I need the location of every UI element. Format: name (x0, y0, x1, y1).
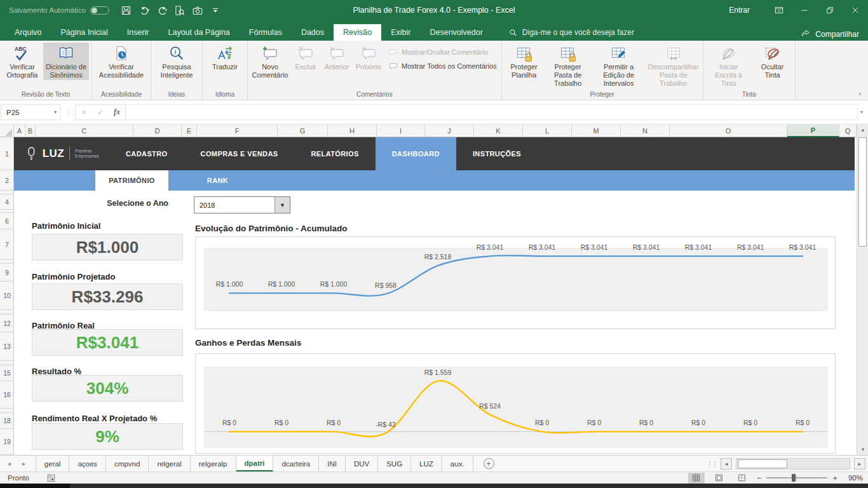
row-header-14[interactable] (0, 361, 14, 365)
share-button[interactable]: Compartilhar (800, 29, 859, 39)
zoom-level[interactable]: 90% (844, 474, 863, 482)
sheet-tab-cmpvnd[interactable]: cmpvnd (106, 456, 149, 471)
sheet-tab-dpatri[interactable]: dpatri (236, 456, 274, 471)
macro-record-icon[interactable] (47, 474, 55, 482)
row-header-17[interactable] (0, 409, 14, 413)
collapse-ribbon-icon[interactable]: ˄ (858, 91, 862, 97)
protect-sheet-button[interactable]: Proteger Planilha (505, 43, 544, 80)
check-accessibility-button[interactable]: Verificar Acessibilidade (95, 43, 148, 80)
sheet-tab-INI[interactable]: INI (319, 456, 346, 471)
column-header-D[interactable]: D (133, 125, 182, 137)
insert-function-icon[interactable]: fx (109, 107, 125, 117)
view-page-break-button[interactable] (734, 473, 750, 484)
row-header-7[interactable]: 7 (0, 229, 14, 260)
column-header-J[interactable]: J (425, 125, 474, 137)
spelling-button[interactable]: ABC Verificar Ortografia (3, 43, 42, 80)
nav-item-instruções[interactable]: INSTRUÇÕES (456, 137, 538, 170)
tell-me-search[interactable]: Diga-me o que você deseja fazer (509, 24, 634, 41)
column-header-B[interactable]: B (25, 125, 36, 137)
add-sheet-button[interactable]: + (484, 458, 494, 469)
column-header-F[interactable]: F (197, 125, 278, 137)
restore-button[interactable] (817, 0, 843, 20)
subtab-rank[interactable]: RANK (168, 170, 267, 191)
vertical-scrollbar[interactable]: ▲ ▼ (857, 125, 868, 455)
sheet-tab-SUG[interactable]: SUG (378, 456, 411, 471)
sheet-nav-right-icon[interactable]: ► (21, 461, 27, 467)
nav-item-compras-e-vendas[interactable]: COMPRAS E VENDAS (184, 137, 295, 170)
sheet-tab-dcarteira[interactable]: dcarteira (273, 456, 319, 471)
row-header-9[interactable]: 9 (0, 264, 14, 281)
sheet-tab-aoes[interactable]: açoes (69, 456, 106, 471)
row-header-2[interactable]: 2 (0, 170, 14, 191)
enter-icon[interactable]: ✓ (92, 108, 109, 117)
column-header-O[interactable]: O (670, 125, 787, 137)
column-header-N[interactable]: N (621, 125, 670, 137)
view-normal-button[interactable] (688, 473, 705, 484)
protect-workbook-button[interactable]: Proteger Pasta de Trabalho (545, 43, 591, 88)
scroll-up-icon[interactable]: ▲ (857, 125, 868, 135)
column-header-H[interactable]: H (328, 125, 377, 137)
thesaurus-button[interactable]: Dicionário de Sinônimos (43, 43, 89, 80)
column-header-E[interactable]: E (182, 125, 197, 137)
close-button[interactable] (843, 0, 868, 20)
ribbon-tab-revisão[interactable]: Revisão (334, 24, 381, 41)
smart-lookup-button[interactable]: i Pesquisa Inteligente (154, 43, 200, 80)
undo-dropdown-icon[interactable]: ▾ (147, 8, 150, 13)
view-page-layout-button[interactable] (711, 473, 728, 484)
ribbon-tab-layout-da-página[interactable]: Layout da Página (158, 24, 239, 41)
row-header-16[interactable]: 16 (0, 381, 14, 409)
row-header-18[interactable]: 18 (0, 413, 14, 429)
row-header-1[interactable]: 1 (0, 137, 14, 170)
save-button[interactable] (118, 3, 135, 18)
subtab-patrimônio[interactable]: PATRIMÔNIO (95, 170, 168, 191)
nav-item-dashboard[interactable]: DASHBOARD (376, 137, 456, 170)
new-comment-button[interactable]: Novo Comentário (250, 43, 290, 80)
zoom-slider[interactable] (766, 477, 827, 478)
column-header-C[interactable]: C (36, 125, 133, 137)
autosave-control[interactable]: Salvamento Automático (9, 6, 109, 15)
scroll-down-icon[interactable]: ▼ (857, 444, 868, 455)
allow-edit-ranges-button[interactable]: Permitir a Edição de Intervalos (592, 43, 646, 88)
dropdown-arrow-icon[interactable]: ▼ (275, 197, 290, 213)
ribbon-tab-inserir[interactable]: Inserir (118, 24, 159, 41)
zoom-out-icon[interactable]: − (757, 473, 762, 483)
row-header-12[interactable]: 12 (0, 315, 14, 332)
minimize-button[interactable] (792, 0, 817, 20)
name-box[interactable]: P25 ▾ (1, 104, 61, 120)
ribbon-tab-arquivo[interactable]: Arquivo (5, 24, 51, 41)
hide-ink-button[interactable]: Ocultar Tinta (753, 43, 792, 80)
sheet-nav-left-icon[interactable]: ◄ (6, 461, 12, 467)
sheet-tab-relgeral[interactable]: relgeral (149, 456, 190, 471)
year-selector-dropdown[interactable]: 2018 ▼ (194, 196, 290, 214)
sheet-tab-aux[interactable]: aux. (442, 456, 473, 471)
select-all-button[interactable] (0, 125, 14, 137)
ribbon-display-options-button[interactable] (766, 0, 792, 20)
redo-button[interactable]: ▾ (154, 3, 170, 18)
ribbon-tab-exibir[interactable]: Exibir (381, 24, 420, 41)
row-header-10[interactable]: 10 (0, 281, 14, 310)
show-all-comments-toggle[interactable]: Mostrar Todos os Comentários (388, 61, 497, 71)
row-header-19[interactable]: 19 (0, 429, 14, 455)
customize-qat-button[interactable] (207, 3, 224, 18)
horizontal-scrollbar-thumb[interactable] (738, 459, 787, 468)
ribbon-tab-dados[interactable]: Dados (292, 24, 334, 41)
ribbon-tab-página-inicial[interactable]: Página Inicial (51, 24, 117, 41)
column-header-I[interactable]: I (377, 125, 425, 137)
sheet-tab-LUZ[interactable]: LUZ (411, 456, 442, 471)
undo-button[interactable]: ▾ (136, 3, 153, 18)
row-header-4[interactable]: 4 (0, 194, 14, 210)
vertical-scrollbar-thumb[interactable] (858, 137, 867, 247)
column-header-Q[interactable]: Q (839, 125, 857, 137)
hscroll-right-icon[interactable]: ► (854, 458, 865, 470)
tab-splitter-grip[interactable]: ⋮⋮ (707, 461, 717, 468)
camera-button[interactable] (189, 3, 206, 18)
autosave-toggle[interactable] (90, 6, 109, 15)
nav-item-relatórios[interactable]: RELATÓRIOS (294, 137, 375, 170)
name-box-dropdown-icon[interactable]: ▾ (50, 109, 60, 115)
translate-button[interactable]: Traduzir (205, 43, 245, 72)
horizontal-scrollbar[interactable] (736, 458, 850, 470)
sheet-tab-geral[interactable]: geral (36, 456, 70, 471)
sheet-tab-relgeralp[interactable]: relgeralp (191, 456, 236, 471)
nav-item-cadastro[interactable]: CADASTRO (109, 137, 184, 170)
ribbon-tab-fórmulas[interactable]: Fórmulas (240, 24, 292, 41)
